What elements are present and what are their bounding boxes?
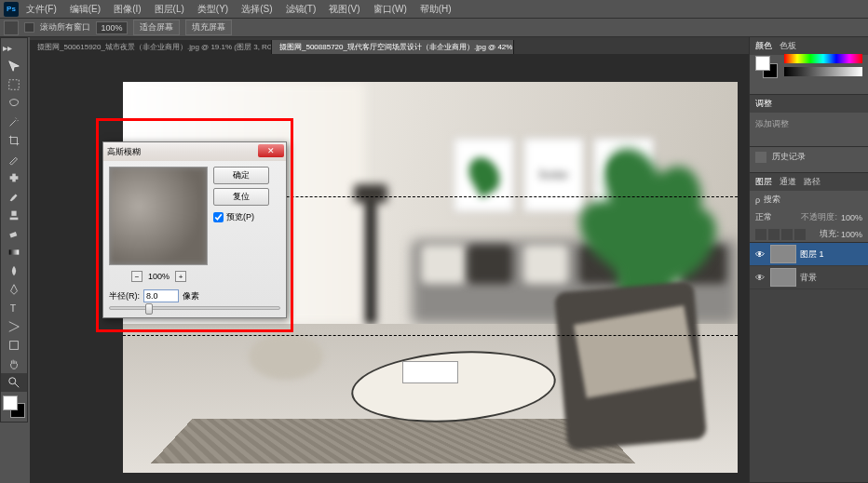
menu-edit[interactable]: 编辑(E) <box>64 1 106 18</box>
menu-bar: Ps 文件(F) 编辑(E) 图像(I) 图层(L) 类型(Y) 选择(S) 滤… <box>0 0 868 19</box>
fit-screen-button[interactable]: 适合屏幕 <box>133 20 180 35</box>
menu-filter[interactable]: 滤镜(T) <box>280 1 322 18</box>
zoom-percent-field[interactable]: 100% <box>96 21 128 34</box>
layer-name-label[interactable]: 背景 <box>800 272 864 284</box>
brush-tool-icon[interactable] <box>1 187 27 206</box>
fill-screen-button[interactable]: 填充屏幕 <box>185 20 232 35</box>
fg-color-icon[interactable] <box>3 396 18 410</box>
preview-checkbox[interactable] <box>213 212 224 222</box>
pen-tool-icon[interactable] <box>1 280 27 299</box>
fill-value[interactable]: 100% <box>841 230 862 239</box>
preview-label: 预览(P) <box>226 211 254 223</box>
svg-rect-0 <box>9 80 20 90</box>
scroll-all-label: 滚动所有窗口 <box>40 21 90 34</box>
visibility-eye-icon[interactable]: 👁 <box>753 248 766 261</box>
dialog-titlebar[interactable]: 高斯模糊 ✕ <box>103 142 286 161</box>
document-tab[interactable]: 摄图网_500885720_现代客厅空间场景设计（非企业商用）.jpg @ 42… <box>272 40 514 54</box>
menu-image[interactable]: 图像(I) <box>108 1 146 18</box>
zoom-percent-label: 100% <box>148 272 170 281</box>
lock-all-icon[interactable] <box>794 229 806 240</box>
lock-position-icon[interactable] <box>781 229 793 240</box>
menu-view[interactable]: 视图(V) <box>323 1 365 18</box>
opacity-value[interactable]: 100% <box>841 213 862 222</box>
layer-thumb-icon <box>770 245 796 263</box>
bw-strip[interactable] <box>784 67 862 76</box>
layer-row[interactable]: 👁 背景 <box>750 266 868 289</box>
svg-rect-6 <box>9 249 20 254</box>
slider-thumb-icon[interactable] <box>145 303 153 315</box>
fg-bg-color-swatch[interactable] <box>3 396 25 418</box>
shape-tool-icon[interactable] <box>1 336 27 355</box>
visibility-eye-icon[interactable]: 👁 <box>753 271 766 284</box>
lock-transparent-icon[interactable] <box>755 229 766 240</box>
radius-label: 半径(R): <box>109 290 140 302</box>
layers-tab[interactable]: 图层 <box>755 176 772 188</box>
cancel-button[interactable]: 复位 <box>213 188 269 206</box>
gradient-tool-icon[interactable] <box>1 243 27 262</box>
document-tab[interactable]: 摄图网_500615920_城市夜景（非企业商用）.jpg @ 19.1% (图… <box>30 40 272 54</box>
path-tool-icon[interactable] <box>1 317 27 336</box>
radius-slider[interactable] <box>109 306 280 310</box>
move-tool-icon[interactable] <box>1 57 27 75</box>
svg-rect-8 <box>10 342 19 350</box>
svg-rect-3 <box>11 211 16 216</box>
type-tool-icon[interactable]: T <box>1 299 27 317</box>
hand-tool-icon[interactable] <box>1 355 27 373</box>
search-label: 搜索 <box>764 194 862 206</box>
menu-type[interactable]: 类型(Y) <box>192 1 234 18</box>
svg-rect-2 <box>12 174 16 182</box>
layer-name-label[interactable]: 图层 1 <box>800 248 864 261</box>
swatches-tab[interactable]: 色板 <box>780 40 796 52</box>
panel-color-swatch[interactable] <box>755 56 778 78</box>
color-panel: 颜色 色板 <box>750 37 868 95</box>
adjust-tab[interactable]: 调整 <box>755 98 772 110</box>
options-bar: 滚动所有窗口 100% 适合屏幕 填充屏幕 <box>0 19 868 37</box>
eyedropper-tool-icon[interactable] <box>1 150 27 168</box>
adjust-hint-label: 添加调整 <box>750 113 868 136</box>
stamp-tool-icon[interactable] <box>1 206 27 224</box>
blur-tool-icon[interactable] <box>1 262 27 280</box>
dialog-preview[interactable] <box>109 167 208 265</box>
heal-tool-icon[interactable] <box>1 168 27 187</box>
ps-logo-icon: Ps <box>4 2 19 17</box>
svg-text:T: T <box>10 302 17 314</box>
radius-input[interactable] <box>143 289 179 302</box>
layers-panel: 图层 通道 路径 ρ 搜索 正常 不透明度: 100% 填充: 100% 👁 <box>750 173 868 483</box>
color-tab[interactable]: 颜色 <box>755 40 772 52</box>
zoom-out-button[interactable]: − <box>131 271 142 282</box>
svg-rect-4 <box>10 218 19 221</box>
svg-rect-5 <box>9 232 17 238</box>
layer-row[interactable]: 👁 图层 1 <box>750 243 868 266</box>
layer-list: 👁 图层 1 👁 背景 <box>750 242 868 482</box>
lock-pixels-icon[interactable] <box>768 229 780 240</box>
ok-button[interactable]: 确定 <box>213 167 269 184</box>
marquee-tool-icon[interactable] <box>1 75 27 94</box>
menu-file[interactable]: 文件(F) <box>20 1 62 18</box>
radius-unit-label: 像素 <box>183 290 199 302</box>
document-tab-bar: 摄图网_500615920_城市夜景（非企业商用）.jpg @ 19.1% (图… <box>30 37 749 54</box>
tool-preset-icon[interactable] <box>4 20 19 35</box>
opacity-label: 不透明度: <box>801 211 837 223</box>
menu-help[interactable]: 帮助(H) <box>414 1 457 18</box>
toolbox-collapse-icon[interactable]: ▸▸ <box>1 38 14 57</box>
blend-mode-select[interactable]: 正常 <box>755 211 797 223</box>
menu-select[interactable]: 选择(S) <box>236 1 278 18</box>
pin-icon[interactable] <box>755 152 766 163</box>
eraser-tool-icon[interactable] <box>1 224 27 243</box>
lasso-tool-icon[interactable] <box>1 94 27 113</box>
zoom-in-button[interactable]: + <box>175 271 186 282</box>
dialog-close-button[interactable]: ✕ <box>258 144 284 157</box>
scroll-all-checkbox[interactable] <box>24 22 34 33</box>
hue-strip[interactable] <box>784 54 862 63</box>
channels-tab[interactable]: 通道 <box>780 176 796 188</box>
wand-tool-icon[interactable] <box>1 113 27 131</box>
history-tab[interactable]: 历史记录 <box>772 151 806 163</box>
menu-window[interactable]: 窗口(W) <box>368 1 413 18</box>
fill-label: 填充: <box>820 228 839 240</box>
svg-point-9 <box>9 378 16 384</box>
menu-layer[interactable]: 图层(L) <box>149 1 190 18</box>
crop-tool-icon[interactable] <box>1 131 27 150</box>
gaussian-blur-dialog: 高斯模糊 ✕ 确定 复位 预览(P) − 100% + 半径(R): 像素 <box>102 141 287 318</box>
zoom-tool-icon[interactable] <box>1 373 27 392</box>
paths-tab[interactable]: 路径 <box>804 176 821 188</box>
